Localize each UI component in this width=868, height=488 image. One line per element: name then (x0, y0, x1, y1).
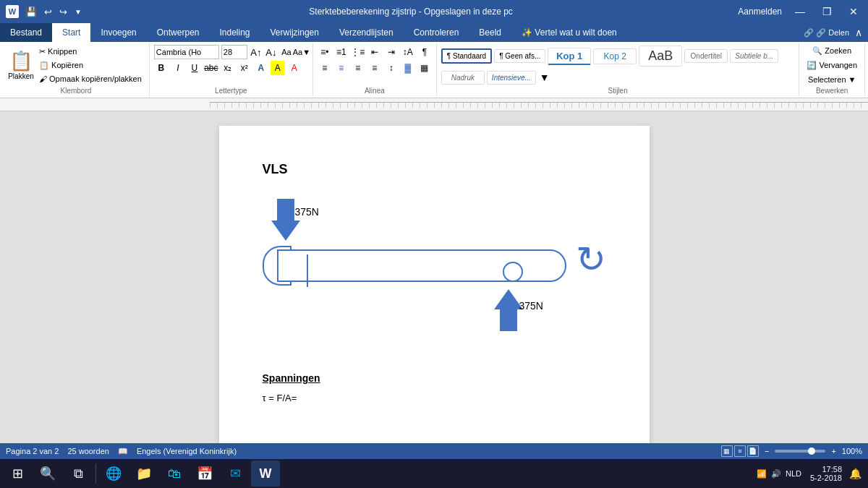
style-kop1[interactable]: Kop 1 (548, 48, 591, 65)
shading-btn[interactable]: ▓ (401, 61, 415, 75)
tab-start[interactable]: Start (52, 23, 90, 42)
tab-help[interactable]: ✨ Vertel wat u wilt doen (511, 23, 627, 42)
styles-label: Stijlen (608, 85, 627, 95)
notification-btn[interactable]: 🔔 (845, 463, 865, 484)
font-name-input[interactable] (154, 45, 219, 59)
minimize-btn[interactable]: ― (791, 4, 809, 19)
undo-quick-btn[interactable]: ↩ (42, 5, 54, 19)
tab-ontwerpen[interactable]: Ontwerpen (147, 23, 210, 42)
collapse-ribbon-btn[interactable]: ∧ (855, 27, 862, 38)
multilevel-btn[interactable]: ⋮≡ (351, 45, 365, 59)
aanmelden-btn[interactable]: Aanmelden (738, 7, 782, 17)
save-quick-btn[interactable]: 💾 (23, 5, 39, 19)
minus-zoom-btn[interactable]: − (765, 447, 769, 455)
tab-verzendlijsten[interactable]: Verzendlijsten (329, 23, 404, 42)
style-ondertitel[interactable]: Ondertitel (684, 49, 728, 63)
style-titel[interactable]: AaB (639, 46, 682, 67)
outlook-btn[interactable]: ✉ (221, 461, 250, 487)
print-layout-btn[interactable]: ▦ (721, 445, 733, 457)
restore-btn[interactable]: ❒ (818, 4, 836, 19)
explorer-btn[interactable]: 📁 (129, 461, 158, 487)
sort-btn[interactable]: ↕A (401, 45, 415, 59)
style-standaard[interactable]: ¶ Standaard (441, 48, 492, 64)
grow-font-btn[interactable]: A↑ (250, 46, 263, 59)
borders-btn[interactable]: ▦ (417, 61, 432, 75)
format-painter-btn[interactable]: 🖌 Opmaak kopiëren/plakken (36, 73, 145, 85)
redo-quick-btn[interactable]: ↪ (57, 5, 69, 19)
align-right-btn[interactable]: ≡ (351, 61, 365, 75)
tab-invoegen[interactable]: Invoegen (90, 23, 146, 42)
tab-verwijzingen[interactable]: Verwijzingen (260, 23, 329, 42)
increase-indent-btn[interactable]: ⇥ (384, 45, 399, 59)
style-subtiele[interactable]: Subtiele b... (730, 49, 778, 63)
styles-scroll-btn[interactable]: ▼ (538, 70, 551, 85)
font-color-btn[interactable]: A (287, 61, 302, 75)
align-center-btn[interactable]: ≡ (334, 61, 349, 75)
zoom-slider[interactable] (775, 450, 825, 453)
font-size-input[interactable] (221, 45, 247, 59)
decrease-indent-btn[interactable]: ⇤ (367, 45, 382, 59)
bar-divider (307, 254, 308, 287)
force-label-top: 375N (295, 206, 319, 218)
selecteren-btn[interactable]: Selecteren ▼ (805, 74, 859, 85)
word-taskbar-btn[interactable]: W (251, 461, 280, 487)
language-indicator[interactable]: NLD (786, 469, 801, 478)
more-quick-btn[interactable]: ▼ (72, 7, 84, 17)
line-spacing-btn[interactable]: ↕ (384, 61, 399, 75)
volume-icon[interactable]: 🔊 (771, 469, 781, 479)
page-info: Pagina 2 van 2 (6, 447, 59, 455)
delen-btn[interactable]: 🔗 🔗 Delen (804, 28, 849, 38)
network-icon[interactable]: 📶 (757, 469, 767, 479)
cut-btn[interactable]: ✂ Knippen (36, 46, 145, 58)
style-kop2[interactable]: Kop 2 (593, 48, 637, 64)
align-left-btn[interactable]: ≡ (318, 61, 332, 75)
search-btn[interactable]: 🔍 (33, 461, 62, 487)
zoom-thumb[interactable] (808, 448, 815, 455)
paste-btn[interactable]: 📋 Plakken (7, 47, 35, 83)
change-case-btn[interactable]: Aa▼ (295, 46, 308, 59)
zoeken-btn[interactable]: 🔍 Zoeken (809, 45, 854, 57)
text-effect-btn[interactable]: A (254, 61, 268, 75)
tab-indeling[interactable]: Indeling (209, 23, 260, 42)
underline-btn[interactable]: U (187, 61, 202, 75)
style-nadruk[interactable]: Nadruk (441, 71, 485, 85)
system-tray: 📶 🔊 NLD (751, 469, 807, 479)
text-highlight-btn[interactable]: A (271, 61, 285, 75)
copy-btn[interactable]: 📋 Kopiëren (36, 59, 145, 72)
clock[interactable]: 17:58 5-2-2018 (810, 465, 842, 482)
subscript-btn[interactable]: x₂ (221, 61, 235, 75)
italic-btn[interactable]: I (171, 61, 185, 75)
numbering-btn[interactable]: ≡1 (334, 45, 349, 59)
bold-btn[interactable]: B (154, 61, 169, 75)
style-geen-afs[interactable]: ¶ Geen afs... (494, 49, 545, 63)
taskbar-right: 📶 🔊 NLD 17:58 5-2-2018 🔔 (751, 463, 865, 484)
zoom-level[interactable]: 100% (842, 447, 862, 455)
clipboard-label: Klembord (61, 85, 92, 95)
clear-format-btn[interactable]: Aa (280, 46, 293, 59)
justify-btn[interactable]: ≡ (367, 61, 382, 75)
bullets-btn[interactable]: ≡• (318, 45, 332, 59)
tab-beeld[interactable]: Beeld (469, 23, 511, 42)
taskbar: ⊞ 🔍 ⧉ 🌐 📁 🛍 📅 ✉ W 📶 🔊 NLD 17:58 5-2-2018… (0, 459, 868, 488)
formula: τ = F/A= (263, 393, 606, 403)
start-btn[interactable]: ⊞ (3, 461, 32, 487)
strikethrough-btn[interactable]: abc (204, 61, 218, 75)
vervangen-btn[interactable]: 🔄 Vervangen (804, 59, 860, 72)
shrink-font-btn[interactable]: A↓ (265, 46, 278, 59)
plus-zoom-btn[interactable]: + (831, 447, 835, 455)
read-layout-btn[interactable]: 📄 (747, 445, 759, 457)
word-icon: W (6, 5, 19, 18)
task-view-btn[interactable]: ⧉ (64, 461, 93, 487)
bar-body (277, 249, 566, 282)
edge-btn[interactable]: 🌐 (99, 461, 128, 487)
style-intensieve[interactable]: Intensieve... (487, 71, 536, 85)
superscript-btn[interactable]: x² (237, 61, 252, 75)
calendar-btn[interactable]: 📅 (190, 461, 219, 487)
force-arrow-up (494, 289, 523, 331)
web-layout-btn[interactable]: ≡ (734, 445, 746, 457)
tab-controleren[interactable]: Controleren (404, 23, 469, 42)
tab-bestand[interactable]: Bestand (0, 23, 52, 42)
store-btn[interactable]: 🛍 (160, 461, 189, 487)
show-formatting-btn[interactable]: ¶ (417, 45, 432, 59)
close-btn[interactable]: ✕ (845, 4, 862, 19)
